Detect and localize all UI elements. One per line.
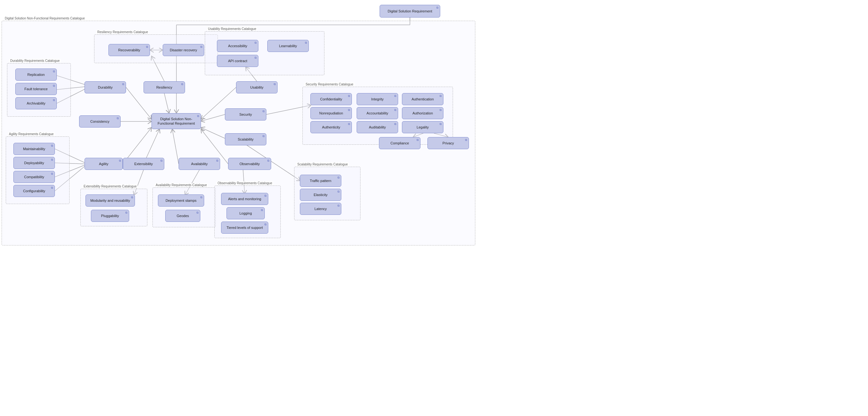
node-icon: ⧉ [197,115,199,118]
catalogue-extensibility-label: Extensibility Requirements Catalogue [83,185,137,188]
node-accessibility[interactable]: Accessibility ⧉ [217,40,258,52]
node-icon: ⧉ [254,41,256,45]
catalogue-resiliency-label: Resiliency Requirements Catalogue [96,30,149,34]
node-icon: ⧉ [436,6,438,10]
node-scalability[interactable]: Scalability ⧉ [225,133,267,146]
node-modularity[interactable]: Modularity and reusability ⧉ [86,194,135,206]
node-icon: ⧉ [125,211,127,215]
node-icon: ⧉ [416,138,418,142]
node-icon: ⧉ [181,83,183,86]
node-observability[interactable]: Observability ⧉ [228,158,271,170]
node-main[interactable]: Digital Solution Non-Functional Requirem… [152,113,201,129]
catalogue-nfr-label: Digital Solution Non-Functional Requirem… [4,17,86,20]
node-security[interactable]: Security ⧉ [225,108,267,121]
node-icon: ⧉ [216,159,218,163]
node-icon: ⧉ [196,211,198,215]
node-icon: ⧉ [131,196,133,199]
node-api-contract[interactable]: API contract ⧉ [217,55,258,67]
node-accountability[interactable]: Accountability ⧉ [356,107,398,119]
node-archivability[interactable]: Archivability ⧉ [15,97,57,109]
node-alerts-monitoring[interactable]: Alerts and monitoring ⧉ [221,193,268,205]
node-authenticity[interactable]: Authenticity ⧉ [310,121,352,133]
node-consistency[interactable]: Consistency ⧉ [79,116,121,128]
node-icon: ⧉ [53,84,55,88]
node-traffic-pattern[interactable]: Traffic pattern ⧉ [300,175,341,187]
node-icon: ⧉ [348,108,350,112]
node-privacy[interactable]: Privacy ⧉ [428,137,469,149]
node-icon: ⧉ [265,223,267,227]
node-disaster-recovery[interactable]: Disaster recovery ⧉ [163,44,204,56]
node-icon: ⧉ [440,122,441,126]
node-tiered-support[interactable]: Tiered levels of support ⧉ [221,222,268,234]
node-icon: ⧉ [394,108,396,112]
node-icon: ⧉ [160,159,162,163]
node-maintainability[interactable]: Maintainability ⧉ [13,143,55,155]
node-icon: ⧉ [440,108,441,112]
catalogue-observability-label: Observability Requirements Catalogue [217,181,273,185]
node-icon: ⧉ [267,159,269,163]
catalogue-usability: Usability Requirements Catalogue [205,31,324,75]
catalogue-availability-label: Availability Requirements Catalogue [155,183,208,187]
diagram-canvas: Digital Solution Non-Functional Requirem… [0,0,868,416]
node-icon: ⧉ [122,83,124,86]
catalogue-scalability-label: Scalability Requirements Catalogue [296,163,349,166]
node-icon: ⧉ [51,186,53,190]
node-icon: ⧉ [394,122,396,126]
node-elasticity[interactable]: Elasticity ⧉ [300,189,341,201]
node-usability[interactable]: Usability ⧉ [236,81,278,93]
node-icon: ⧉ [51,144,53,148]
node-icon: ⧉ [119,159,121,163]
node-icon: ⧉ [51,158,53,162]
node-icon: ⧉ [305,41,307,45]
catalogue-security-label: Security Requirements Catalogue [305,83,354,86]
node-icon: ⧉ [51,172,53,176]
node-deployability[interactable]: Deployability ⧉ [13,157,55,169]
node-integrity[interactable]: Integrity ⧉ [356,93,398,105]
node-resiliency[interactable]: Resiliency ⧉ [144,81,185,93]
catalogue-agility-label: Agility Requirements Catalogue [8,132,55,136]
node-authentication[interactable]: Authentication ⧉ [402,93,443,105]
node-icon: ⧉ [146,45,148,49]
node-geodes[interactable]: Geodes ⧉ [165,210,200,222]
catalogue-usability-label: Usability Requirements Catalogue [207,27,257,31]
node-icon: ⧉ [440,94,441,98]
node-deployment-stamps[interactable]: Deployment stamps ⧉ [158,194,204,206]
node-icon: ⧉ [338,176,339,180]
node-learnability[interactable]: Learnability ⧉ [267,40,309,52]
node-top[interactable]: Digital Solution Requirement ⧉ [380,5,440,18]
node-durability[interactable]: Durability ⧉ [85,81,126,93]
node-confidentiality[interactable]: Confidentiality ⧉ [310,93,352,105]
node-fault-tolerance[interactable]: Fault tolerance ⧉ [15,83,57,95]
catalogue-durability-label: Durability Requirements Catalogue [9,59,61,62]
node-icon: ⧉ [348,122,350,126]
node-icon: ⧉ [338,190,339,194]
node-pluggability[interactable]: Pluggability ⧉ [91,210,129,222]
node-icon: ⧉ [254,56,256,60]
node-replication[interactable]: Replication ⧉ [15,68,57,81]
node-compliance[interactable]: Compliance ⧉ [379,137,421,149]
node-icon: ⧉ [53,70,55,74]
node-recoverability[interactable]: Recoverability ⧉ [108,44,150,56]
node-availability[interactable]: Availability ⧉ [179,158,220,170]
node-agility[interactable]: Agility ⧉ [85,158,123,170]
node-legality[interactable]: Legality ⧉ [402,121,443,133]
node-icon: ⧉ [200,45,202,49]
node-nonrepudiation[interactable]: Nonrepudiation ⧉ [310,107,352,119]
node-icon: ⧉ [117,117,119,121]
node-latency[interactable]: Latency ⧉ [300,203,341,215]
node-icon: ⧉ [262,134,265,138]
node-icon: ⧉ [338,204,339,208]
node-icon: ⧉ [274,83,276,86]
node-icon: ⧉ [394,94,396,98]
node-icon: ⧉ [262,110,265,114]
node-icon: ⧉ [261,209,263,212]
node-icon: ⧉ [200,196,202,199]
node-compatibility[interactable]: Compatibility ⧉ [13,171,55,183]
node-icon: ⧉ [465,138,467,142]
node-logging[interactable]: Logging ⧉ [226,207,265,219]
node-icon: ⧉ [265,194,267,198]
node-authorization[interactable]: Authorization ⧉ [402,107,443,119]
node-auditability[interactable]: Auditability ⧉ [356,121,398,133]
node-extensibility[interactable]: Extensibility ⧉ [123,158,164,170]
node-configurability[interactable]: Configurability ⧉ [13,185,55,197]
